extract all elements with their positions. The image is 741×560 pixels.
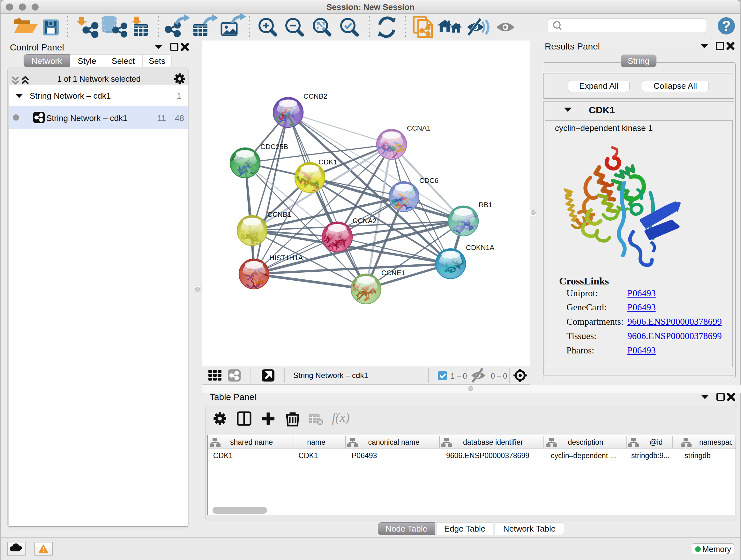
svg-text:HIST1H1A: HIST1H1A <box>269 254 303 262</box>
svg-text:RB1: RB1 <box>479 201 492 209</box>
svg-text:CDKN1A: CDKN1A <box>466 244 495 252</box>
svg-text:CDC25B: CDC25B <box>260 143 288 151</box>
svg-text:CCNB2: CCNB2 <box>304 92 327 100</box>
svg-text:CDK1: CDK1 <box>319 158 337 166</box>
svg-text:CCNA1: CCNA1 <box>407 124 431 132</box>
svg-text:CCNB1: CCNB1 <box>267 210 291 219</box>
svg-text:CDC6: CDC6 <box>419 177 439 185</box>
svg-text:CCNA2: CCNA2 <box>353 217 377 225</box>
svg-text:CCNE1: CCNE1 <box>381 269 405 277</box>
